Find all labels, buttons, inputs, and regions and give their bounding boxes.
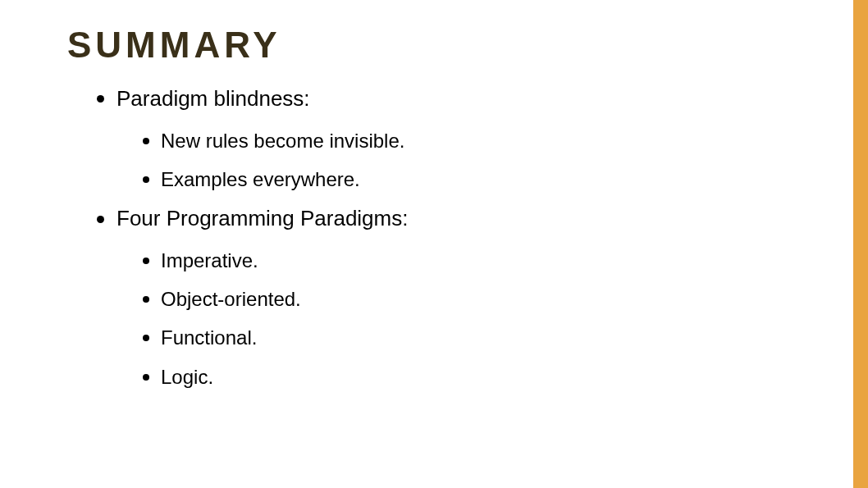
list-item: Examples everywhere.: [143, 166, 819, 192]
slide-content: SUMMARY Paradigm blindness: New rules be…: [0, 0, 868, 436]
list-item-label: Logic.: [161, 366, 213, 388]
accent-stripe: [853, 0, 868, 488]
list-item-label: Imperative.: [161, 249, 258, 271]
list-item: Four Programming Paradigms:: [97, 205, 819, 233]
list-item: Imperative.: [143, 248, 819, 273]
list-item-label: New rules become invisible.: [161, 130, 404, 152]
list-item: Object-oriented.: [143, 286, 819, 312]
list-item-label: Paradigm blindness:: [116, 86, 310, 111]
slide-title: SUMMARY: [67, 25, 819, 66]
list-item: Functional.: [143, 325, 819, 350]
list-item: New rules become invisible.: [143, 128, 819, 153]
list-item-label: Examples everywhere.: [161, 168, 360, 190]
list-item-label: Four Programming Paradigms:: [116, 206, 408, 230]
list-item-label: Object-oriented.: [161, 288, 301, 310]
list-item-label: Functional.: [161, 326, 257, 349]
list-item: Paradigm blindness:: [97, 85, 819, 113]
list-item: Logic.: [143, 364, 819, 390]
